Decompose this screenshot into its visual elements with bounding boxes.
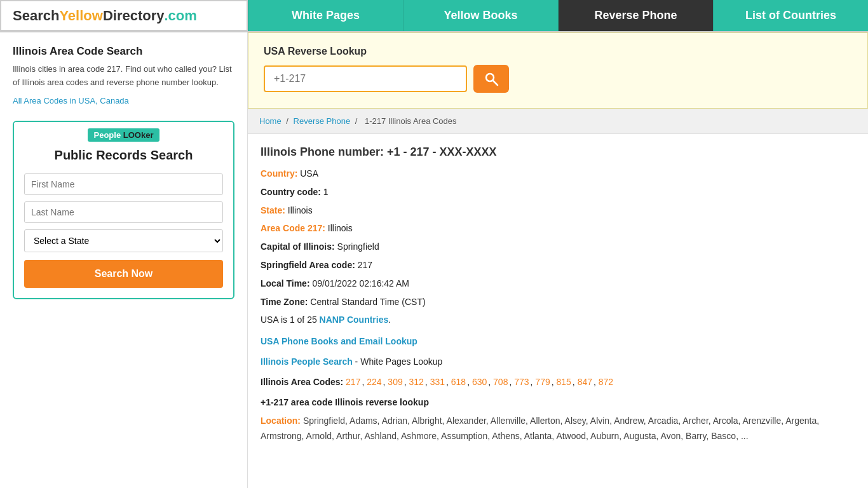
logo-com: .com xyxy=(164,8,196,24)
nav-white-pages[interactable]: White Pages xyxy=(248,0,403,31)
breadcrumb-sep2: / xyxy=(355,116,360,126)
country-code-label: Country code: xyxy=(261,187,321,197)
state-select[interactable]: Select a StateAlabamaAlaskaArizonaArkans… xyxy=(24,229,223,252)
search-icon xyxy=(484,71,499,86)
phone-title: Illinois Phone number: +1 - 217 - XXX-XX… xyxy=(261,146,855,159)
phone-title-label: Illinois Phone number: xyxy=(261,146,384,158)
springfield-area-value: 217 xyxy=(358,260,372,270)
widget-form: Select a StateAlabamaAlaskaArizonaArkans… xyxy=(14,167,233,288)
badge-people: People xyxy=(94,130,121,140)
state-value: Illinois xyxy=(288,205,313,215)
first-name-input[interactable] xyxy=(24,173,223,195)
area-code-link[interactable]: 872 xyxy=(599,377,613,387)
breadcrumb: Home / Reverse Phone / 1-217 Illinois Ar… xyxy=(248,109,868,134)
main-nav: SearchYellowDirectory.com White Pages Ye… xyxy=(0,0,868,32)
sidebar-title: Illinois Area Code Search xyxy=(13,45,234,58)
lookup-search-button[interactable] xyxy=(473,65,509,93)
breadcrumb-sep1: / xyxy=(286,116,290,126)
logo-dir: Directory xyxy=(103,8,165,24)
reverse-lookup-title: +1-217 area code Illinois reverse lookup xyxy=(261,395,855,410)
area-codes-list: 217, 224, 309, 312, 331, 618, 630, 708, … xyxy=(346,377,614,387)
area-code-link[interactable]: 224 xyxy=(367,377,381,387)
area-codes-label: Illinois Area Codes: xyxy=(261,377,343,387)
local-time-value: 09/01/2022 02:16:42 AM xyxy=(312,278,409,288)
breadcrumb-reverse-phone[interactable]: Reverse Phone xyxy=(294,116,351,126)
logo-search: Search xyxy=(13,8,59,24)
area-code-link[interactable]: 217 xyxy=(346,377,360,387)
state-row: State: Illinois xyxy=(261,203,855,219)
site-logo[interactable]: SearchYellowDirectory.com xyxy=(0,0,248,31)
capital-value: Springfield xyxy=(337,241,379,252)
area-code-link[interactable]: 618 xyxy=(451,377,466,387)
logo-yellow: Yellow xyxy=(59,8,102,24)
nav-list-of-countries[interactable]: List of Countries xyxy=(713,0,868,31)
area-code-link[interactable]: 773 xyxy=(514,377,529,387)
email-lookup-link[interactable]: USA Phone Books and Email Lookup xyxy=(261,336,417,346)
locations-row: Location: Springfield, Adams, Adrian, Al… xyxy=(261,414,855,444)
area-code-link[interactable]: 815 xyxy=(556,377,571,387)
area-code-link[interactable]: 779 xyxy=(535,377,550,387)
country-code-row: Country code: 1 xyxy=(261,185,855,200)
content-area: USA Reverse Lookup Home / Reverse Phone … xyxy=(248,32,868,488)
area-codes-row: Illinois Area Codes: 217, 224, 309, 312,… xyxy=(261,375,855,390)
nav-yellow-books[interactable]: Yellow Books xyxy=(403,0,558,31)
state-label: State: xyxy=(261,205,285,215)
country-label: Country: xyxy=(261,168,297,179)
badge-looker: LOOker xyxy=(123,130,154,140)
main-layout: Illinois Area Code Search Illinois citie… xyxy=(0,32,868,488)
area-code-link[interactable]: 312 xyxy=(409,377,424,387)
widget-title: Public Records Search xyxy=(20,147,227,163)
sidebar-desc: Illinois cities in area code 217. Find o… xyxy=(13,63,234,90)
widget-header: People LOOker Public Records Search xyxy=(14,122,233,167)
timezone-label: Time Zone: xyxy=(261,297,308,307)
nav-reverse-phone[interactable]: Reverse Phone xyxy=(558,0,713,31)
lookup-title: USA Reverse Lookup xyxy=(264,46,852,57)
country-value: USA xyxy=(300,168,318,179)
area-code-row: Area Code 217: Illinois xyxy=(261,221,855,236)
country-row: Country: USA xyxy=(261,166,855,182)
people-search-link[interactable]: Illinois People Search xyxy=(261,356,353,367)
area-code-link[interactable]: 708 xyxy=(493,377,508,387)
sidebar: Illinois Area Code Search Illinois citie… xyxy=(0,32,248,488)
timezone-value: Central Standard Time (CST) xyxy=(310,297,425,307)
location-label: Location: xyxy=(261,416,301,426)
area-code-link[interactable]: 331 xyxy=(430,377,445,387)
people-search-row: Illinois People Search - White Pages Loo… xyxy=(261,355,855,370)
lookup-row xyxy=(264,65,852,93)
capital-row: Capital of Illinois: Springfield xyxy=(261,240,855,255)
timezone-row: Time Zone: Central Standard Time (CST) xyxy=(261,295,855,310)
area-code-link[interactable]: 309 xyxy=(388,377,402,387)
nanp-row: USA is 1 of 25 NANP Countries. xyxy=(261,313,855,328)
svg-line-1 xyxy=(493,81,498,85)
people-search-suffix: - White Pages Lookup xyxy=(355,356,443,367)
breadcrumb-current: 1-217 Illinois Area Codes xyxy=(365,116,457,126)
area-code-link[interactable]: 847 xyxy=(578,377,592,387)
lookup-input[interactable] xyxy=(264,65,467,92)
capital-label: Capital of Illinois: xyxy=(261,241,335,252)
nanp-link[interactable]: NANP Countries xyxy=(320,315,389,325)
sidebar-link[interactable]: All Area Codes in USA, Canada xyxy=(13,96,234,105)
email-lookup-row: USA Phone Books and Email Lookup xyxy=(261,334,855,349)
country-code-value: 1 xyxy=(323,187,329,197)
springfield-area-row: Springfield Area code: 217 xyxy=(261,258,855,273)
locations-text: Springfield, Adams, Adrian, Albright, Al… xyxy=(261,416,819,441)
phone-number: +1 - 217 - XXX-XXXX xyxy=(387,146,497,158)
last-name-input[interactable] xyxy=(24,201,223,223)
springfield-area-label: Springfield Area code: xyxy=(261,260,355,270)
people-looker-widget: People LOOker Public Records Search Sele… xyxy=(13,121,234,299)
nanp-text: USA is 1 of 25 xyxy=(261,315,317,325)
breadcrumb-home[interactable]: Home xyxy=(259,116,281,126)
search-now-button[interactable]: Search Now xyxy=(24,260,223,288)
local-time-label: Local Time: xyxy=(261,278,310,288)
local-time-row: Local Time: 09/01/2022 02:16:42 AM xyxy=(261,276,855,292)
info-section: Illinois Phone number: +1 - 217 - XXX-XX… xyxy=(248,134,868,459)
area-code-link[interactable]: 630 xyxy=(472,377,487,387)
lookup-box: USA Reverse Lookup xyxy=(248,32,868,109)
area-code-value: Illinois xyxy=(328,223,353,233)
people-looker-badge: People LOOker xyxy=(88,128,160,142)
area-code-label: Area Code 217: xyxy=(261,223,325,233)
